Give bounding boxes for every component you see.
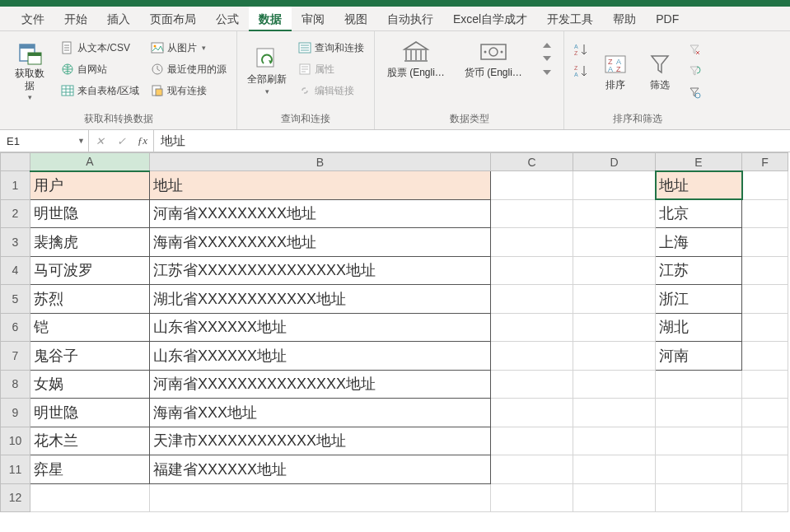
cell[interactable] — [573, 171, 656, 200]
cell[interactable]: 湖北省XXXXXXXXXXXX地址 — [150, 285, 491, 314]
chevron-down-icon[interactable]: ▼ — [77, 137, 85, 145]
cell[interactable] — [742, 285, 788, 314]
tab-automate[interactable]: 自动执行 — [377, 7, 443, 31]
cell[interactable] — [573, 342, 656, 371]
cell[interactable] — [742, 199, 788, 228]
sort-button[interactable]: ZAAZ 排序 — [596, 35, 635, 107]
from-text-csv[interactable]: 从文本/CSV — [58, 38, 143, 58]
cell[interactable] — [491, 228, 573, 257]
from-table-range[interactable]: 来自表格/区域 — [58, 81, 143, 100]
cell[interactable] — [491, 399, 573, 427]
tab-developer[interactable]: 开发工具 — [537, 7, 603, 31]
row-header[interactable]: 11 — [1, 455, 30, 484]
cell[interactable]: 上海 — [656, 228, 742, 257]
cell[interactable] — [742, 342, 788, 371]
row-header[interactable]: 1 — [1, 171, 30, 200]
row-header[interactable]: 10 — [1, 427, 30, 455]
cell[interactable]: 女娲 — [30, 370, 150, 399]
filter-button[interactable]: 筛选 — [640, 35, 680, 107]
row-header[interactable]: 3 — [1, 228, 30, 257]
cell[interactable]: 海南省XXXXXXXXX地址 — [150, 228, 491, 257]
fx-button[interactable]: ƒx — [132, 130, 153, 152]
datatype-up[interactable] — [541, 40, 553, 51]
cell[interactable] — [573, 427, 656, 455]
cell[interactable] — [742, 370, 788, 399]
sort-asc[interactable]: AZ — [571, 40, 591, 59]
col-header-B[interactable]: B — [150, 153, 491, 171]
cell[interactable] — [656, 399, 742, 427]
tab-insert[interactable]: 插入 — [97, 7, 140, 31]
tab-help[interactable]: 帮助 — [603, 7, 646, 31]
cell[interactable]: 湖北 — [656, 313, 742, 342]
cell[interactable] — [742, 455, 788, 484]
cell[interactable]: 明世隐 — [30, 399, 150, 427]
get-data-button[interactable]: 获取数 据 ▾ — [7, 35, 53, 107]
cell[interactable] — [491, 370, 573, 399]
cell[interactable] — [656, 427, 742, 455]
col-header-D[interactable]: D — [573, 153, 656, 171]
row-header[interactable]: 4 — [1, 256, 30, 285]
reapply[interactable] — [685, 61, 704, 81]
formula-input[interactable]: 地址 — [154, 130, 790, 152]
cell[interactable]: 福建省XXXXXX地址 — [150, 455, 491, 484]
spreadsheet-grid[interactable]: A B C D E F 1用户地址地址2明世隐河南省XXXXXXXXX地址北京3… — [0, 152, 790, 532]
cell[interactable] — [742, 313, 788, 342]
row-header[interactable]: 8 — [1, 370, 30, 399]
cell[interactable]: 北京 — [656, 199, 742, 228]
cancel-formula[interactable]: ✕ — [89, 130, 110, 152]
cell[interactable]: 用户 — [30, 171, 150, 200]
cell[interactable]: 海南省XXX地址 — [150, 399, 491, 427]
cell[interactable] — [573, 483, 656, 512]
cell[interactable]: 地址 — [656, 171, 742, 200]
row-header[interactable]: 7 — [1, 342, 30, 371]
cell[interactable]: 山东省XXXXXX地址 — [150, 342, 491, 371]
cell[interactable]: 河南省XXXXXXXXXXXXXXX地址 — [150, 370, 491, 399]
tab-formulas[interactable]: 公式 — [206, 7, 249, 31]
cell[interactable]: 苏烈 — [30, 285, 150, 314]
cell[interactable] — [491, 285, 573, 314]
cell[interactable] — [30, 483, 150, 512]
edit-links[interactable]: 编辑链接 — [295, 81, 367, 100]
cell[interactable] — [491, 342, 573, 371]
from-web[interactable]: 自网站 — [58, 59, 143, 79]
select-all-corner[interactable] — [1, 153, 30, 171]
tab-review[interactable]: 审阅 — [292, 7, 334, 31]
cell[interactable] — [573, 228, 656, 257]
cell[interactable] — [491, 256, 573, 285]
cell[interactable]: 明世隐 — [30, 199, 150, 228]
col-header-C[interactable]: C — [491, 153, 573, 171]
cell[interactable]: 铠 — [30, 313, 150, 342]
recent-sources[interactable]: 最近使用的源 — [147, 59, 230, 79]
cell[interactable] — [491, 455, 573, 484]
accept-formula[interactable]: ✓ — [110, 130, 132, 152]
cell[interactable] — [656, 483, 742, 512]
cell[interactable]: 山东省XXXXXX地址 — [150, 313, 491, 342]
cell[interactable]: 江苏省XXXXXXXXXXXXXXX地址 — [150, 256, 491, 285]
row-header[interactable]: 6 — [1, 313, 30, 342]
col-header-A[interactable]: A — [30, 153, 150, 171]
cell[interactable] — [491, 483, 573, 512]
cell[interactable] — [742, 256, 788, 285]
cell[interactable] — [491, 313, 573, 342]
from-picture[interactable]: 从图片▾ — [147, 38, 230, 58]
stocks-type[interactable]: 股票 (Engli… — [383, 40, 449, 80]
cell[interactable] — [656, 455, 742, 484]
tab-home[interactable]: 开始 — [54, 7, 97, 31]
tab-custom[interactable]: Excel自学成才 — [443, 7, 537, 31]
name-box[interactable]: E1 ▼ — [0, 130, 89, 152]
cell[interactable] — [491, 199, 573, 228]
cell[interactable] — [573, 285, 656, 314]
col-header-F[interactable]: F — [742, 153, 788, 171]
cell[interactable]: 浙江 — [656, 285, 742, 314]
advanced-filter[interactable] — [685, 82, 704, 102]
cell[interactable] — [656, 370, 742, 399]
cell[interactable]: 河南 — [656, 342, 742, 371]
row-header[interactable]: 9 — [1, 399, 30, 427]
cell[interactable] — [573, 370, 656, 399]
cell[interactable]: 江苏 — [656, 256, 742, 285]
tab-data[interactable]: 数据 — [249, 7, 292, 31]
col-header-E[interactable]: E — [656, 153, 742, 171]
tab-pdf[interactable]: PDF — [646, 7, 689, 31]
clear-filter[interactable] — [685, 40, 704, 59]
row-header[interactable]: 12 — [1, 483, 30, 512]
